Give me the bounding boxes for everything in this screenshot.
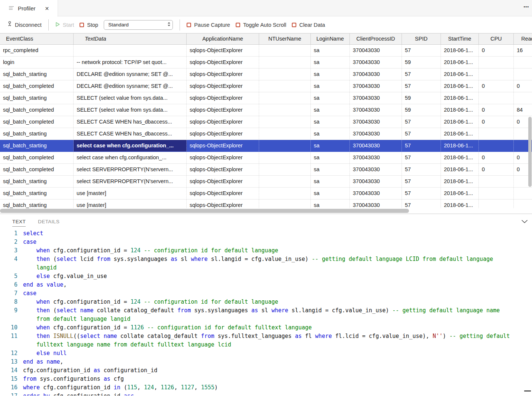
- table-cell[interactable]: 2018-06-1...: [441, 152, 479, 163]
- table-cell[interactable]: 370043030: [350, 116, 402, 128]
- table-cell[interactable]: DECLARE @edition sysname; SET @...: [74, 68, 187, 80]
- column-header-ntusername[interactable]: NTUserName: [259, 33, 311, 44]
- horizontal-scrollbar-thumb[interactable]: [0, 209, 409, 213]
- table-cell[interactable]: [479, 68, 514, 80]
- table-cell[interactable]: 0: [514, 80, 532, 92]
- template-select[interactable]: Standard: [104, 20, 173, 30]
- table-cell[interactable]: sa: [311, 80, 350, 92]
- table-cell[interactable]: 370043030: [350, 140, 402, 151]
- table-cell[interactable]: sa: [311, 188, 350, 199]
- table-cell[interactable]: 57: [402, 128, 441, 140]
- column-header-clientprocessid[interactable]: ClientProcessID: [350, 33, 402, 44]
- column-header-textdata[interactable]: TextData: [74, 33, 187, 44]
- table-cell[interactable]: 2018-06-1...: [441, 116, 479, 128]
- table-cell[interactable]: sa: [311, 176, 350, 187]
- table-cell[interactable]: 57: [402, 116, 441, 128]
- table-cell[interactable]: sql_batch_starting: [0, 68, 74, 80]
- pause-capture-button[interactable]: Pause Capture: [187, 22, 230, 28]
- tab-details[interactable]: DETAILS: [38, 219, 59, 227]
- table-cell[interactable]: 370043030: [350, 57, 402, 68]
- table-cell[interactable]: 2018-06-1...: [441, 164, 479, 175]
- table-cell[interactable]: [514, 188, 532, 199]
- table-cell[interactable]: sqlops-ObjectExplorer: [187, 57, 259, 68]
- table-cell[interactable]: sqlops-ObjectExplorer: [187, 92, 259, 104]
- table-cell[interactable]: SELECT CASE WHEN has_dbaccess...: [74, 128, 187, 140]
- table-cell[interactable]: DECLARE @edition sysname; SET @...: [74, 80, 187, 92]
- table-cell[interactable]: sql_batch_starting: [0, 140, 74, 151]
- toggle-autoscroll-button[interactable]: Toggle Auto Scroll: [236, 22, 286, 28]
- table-cell[interactable]: [479, 176, 514, 187]
- table-cell[interactable]: [259, 116, 311, 128]
- table-cell[interactable]: SELECT (select value from sys.data...: [74, 104, 187, 116]
- table-row[interactable]: sql_batch_startingSELECT CASE WHEN has_d…: [0, 128, 532, 140]
- table-row[interactable]: sql_batch_startingDECLARE @edition sysna…: [0, 68, 532, 80]
- table-cell[interactable]: [259, 92, 311, 104]
- table-cell[interactable]: 2018-06-1...: [441, 176, 479, 187]
- table-cell[interactable]: [479, 140, 514, 151]
- table-cell[interactable]: 0: [479, 152, 514, 163]
- table-cell[interactable]: [259, 140, 311, 151]
- table-cell[interactable]: 370043030: [350, 80, 402, 92]
- table-cell[interactable]: [74, 45, 187, 56]
- table-cell[interactable]: sql_batch_starting: [0, 199, 74, 208]
- table-cell[interactable]: 59: [402, 104, 441, 116]
- table-cell[interactable]: sqlops-ObjectExplorer: [187, 104, 259, 116]
- table-row[interactable]: rpc_completedsqlops-ObjectExplorersa3700…: [0, 45, 532, 57]
- table-cell[interactable]: 2018-06-1...: [441, 104, 479, 116]
- table-cell[interactable]: 16: [514, 45, 532, 56]
- code-scrollbar-thumb[interactable]: [524, 390, 531, 392]
- table-cell[interactable]: sqlops-ObjectExplorer: [187, 152, 259, 163]
- table-cell[interactable]: 57: [402, 188, 441, 199]
- clear-data-button[interactable]: Clear Data: [292, 22, 325, 28]
- table-cell[interactable]: sa: [311, 128, 350, 140]
- table-cell[interactable]: -- network protocol: TCP/IP set quot...: [74, 57, 187, 68]
- table-cell[interactable]: sa: [311, 116, 350, 128]
- table-cell[interactable]: sqlops-ObjectExplorer: [187, 128, 259, 140]
- table-cell[interactable]: select case when cfg.configuration_...: [74, 140, 187, 151]
- table-cell[interactable]: sqlops-ObjectExplorer: [187, 80, 259, 92]
- table-cell[interactable]: [514, 57, 532, 68]
- table-cell[interactable]: sa: [311, 199, 350, 208]
- table-cell[interactable]: sqlops-ObjectExplorer: [187, 68, 259, 80]
- table-cell[interactable]: select case when cfg.configuration_...: [74, 152, 187, 163]
- table-cell[interactable]: sql_batch_completed: [0, 152, 74, 163]
- close-icon[interactable]: ✕: [45, 6, 49, 12]
- table-cell[interactable]: [259, 68, 311, 80]
- table-cell[interactable]: sql_batch_starting: [0, 128, 74, 140]
- table-cell[interactable]: [514, 92, 532, 104]
- table-row[interactable]: sql_batch_completedSELECT CASE WHEN has_…: [0, 116, 532, 128]
- column-header-loginname[interactable]: LoginName: [311, 33, 350, 44]
- table-cell[interactable]: 57: [402, 80, 441, 92]
- table-cell[interactable]: 370043030: [350, 199, 402, 208]
- table-cell[interactable]: SELECT (select value from sys.data...: [74, 92, 187, 104]
- table-cell[interactable]: [259, 164, 311, 175]
- column-header-spid[interactable]: SPID: [402, 33, 441, 44]
- table-cell[interactable]: 370043030: [350, 188, 402, 199]
- table-cell[interactable]: sqlops-ObjectExplorer: [187, 140, 259, 151]
- table-row[interactable]: sql_batch_completedDECLARE @edition sysn…: [0, 80, 532, 92]
- table-cell[interactable]: [479, 57, 514, 68]
- table-cell[interactable]: sa: [311, 92, 350, 104]
- tab-profiler[interactable]: Profiler ✕: [0, 0, 58, 17]
- table-cell[interactable]: 0: [479, 116, 514, 128]
- table-cell[interactable]: SELECT CASE WHEN has_dbaccess...: [74, 116, 187, 128]
- column-header-eventclass[interactable]: EventClass: [0, 33, 74, 44]
- table-cell[interactable]: [479, 128, 514, 140]
- table-cell[interactable]: sql_batch_completed: [0, 104, 74, 116]
- table-cell[interactable]: sa: [311, 140, 350, 151]
- table-cell[interactable]: 370043030: [350, 68, 402, 80]
- table-cell[interactable]: sqlops-ObjectExplorer: [187, 164, 259, 175]
- chevron-down-icon[interactable]: [521, 218, 528, 225]
- table-cell[interactable]: 59: [402, 92, 441, 104]
- table-cell[interactable]: 2018-06-1...: [441, 68, 479, 80]
- table-row[interactable]: sql_batch_startinguse [master]sqlops-Obj…: [0, 188, 532, 199]
- table-cell[interactable]: [259, 128, 311, 140]
- table-cell[interactable]: 370043030: [350, 176, 402, 187]
- table-cell[interactable]: login: [0, 57, 74, 68]
- table-cell[interactable]: 84: [514, 104, 532, 116]
- table-row[interactable]: sql_batch_completedselect SERVERPROPERTY…: [0, 164, 532, 176]
- table-cell[interactable]: sa: [311, 45, 350, 56]
- table-cell[interactable]: sql_batch_completed: [0, 164, 74, 175]
- table-cell[interactable]: sql_batch_starting: [0, 92, 74, 104]
- table-cell[interactable]: 2018-06-1...: [441, 45, 479, 56]
